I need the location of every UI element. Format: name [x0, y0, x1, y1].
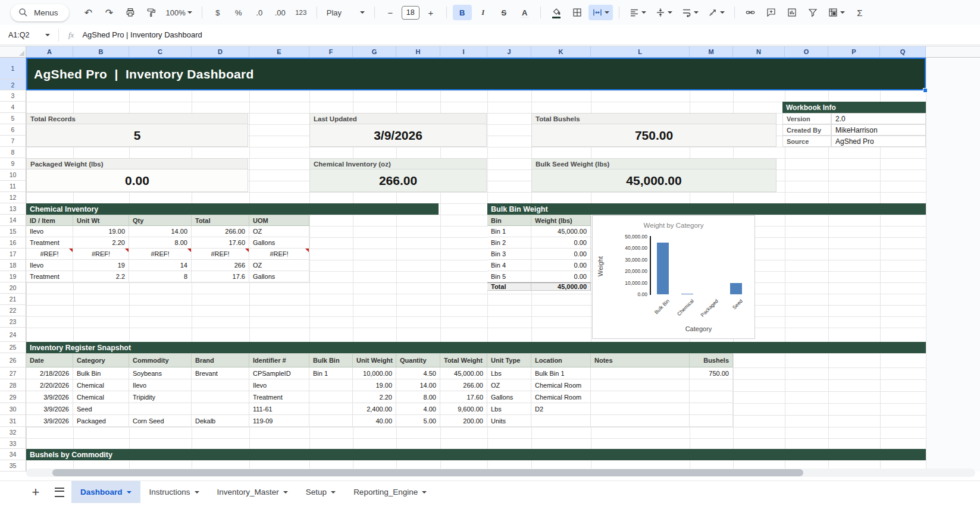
decrease-font-size-button[interactable]: −: [381, 5, 400, 20]
table-cell[interactable]: [690, 391, 733, 403]
table-cell[interactable]: Chemical: [73, 379, 129, 391]
table-cell[interactable]: [591, 403, 690, 415]
table-cell[interactable]: OZ: [249, 260, 309, 271]
row-header-18[interactable]: 18: [0, 260, 26, 271]
kpi-value-bulk-seed-weight[interactable]: 45,000.00: [531, 169, 777, 192]
row-header-2[interactable]: 2: [0, 80, 26, 90]
table-cell[interactable]: 2,400.00: [353, 403, 396, 415]
column-header-K[interactable]: K: [531, 46, 591, 58]
column-header-B[interactable]: B: [73, 46, 129, 58]
inventory-register-header[interactable]: Inventory Register Snapshot: [26, 342, 926, 353]
table-cell[interactable]: Quantity: [396, 353, 440, 367]
table-cell[interactable]: Treatment: [249, 391, 309, 403]
row-header-6[interactable]: 6: [0, 124, 26, 136]
kpi-label-chemical-inventory[interactable]: Chemical Inventory (oz): [309, 158, 487, 169]
table-cell[interactable]: Corn Seed: [129, 415, 192, 427]
table-cell[interactable]: Ilevo: [26, 226, 73, 237]
table-cell[interactable]: 8.00: [396, 391, 440, 403]
table-cell[interactable]: [192, 403, 249, 415]
bulk-bin-total-label[interactable]: Total: [487, 282, 531, 291]
table-cell[interactable]: 0.00: [531, 271, 591, 282]
row-header-30[interactable]: 30: [0, 403, 26, 415]
sheet-tab-reporting-engine[interactable]: Reporting_Engine: [345, 481, 436, 503]
insert-comment-button[interactable]: [762, 5, 781, 20]
table-cell[interactable]: #REF!: [26, 249, 73, 260]
table-cell[interactable]: Bin 1: [487, 226, 531, 237]
workbook-info-value[interactable]: MikeHarrison: [831, 124, 926, 136]
column-header-Q[interactable]: Q: [880, 46, 926, 58]
table-cell[interactable]: Ilevo: [26, 260, 73, 271]
column-header-F[interactable]: F: [309, 46, 353, 58]
table-cell[interactable]: 750.00: [690, 367, 733, 379]
row-header-20[interactable]: 20: [0, 282, 26, 294]
menus-search[interactable]: Menus: [11, 4, 69, 21]
insert-chart-button[interactable]: [782, 5, 801, 20]
dashboard-title-banner[interactable]: AgShed Pro | Inventory Dashboard: [26, 58, 926, 90]
table-cell[interactable]: Tripidity: [129, 391, 192, 403]
row-header-25[interactable]: 25: [0, 342, 26, 353]
row-header-32[interactable]: 32: [0, 427, 26, 438]
table-cell[interactable]: Qty: [129, 215, 192, 226]
table-cell[interactable]: #REF!: [73, 249, 129, 260]
table-cell[interactable]: [309, 403, 353, 415]
table-cell[interactable]: [690, 403, 733, 415]
table-cell[interactable]: CPSampleID: [249, 367, 309, 379]
table-cell[interactable]: [309, 391, 353, 403]
merge-cells-button[interactable]: [588, 5, 613, 20]
table-cell[interactable]: Bin 5: [487, 271, 531, 282]
column-header-I[interactable]: I: [440, 46, 487, 58]
table-cell[interactable]: Chemical Room: [531, 391, 591, 403]
kpi-value-total-bushels[interactable]: 750.00: [531, 124, 777, 147]
table-cell[interactable]: 3/9/2026: [26, 391, 73, 403]
table-cell[interactable]: 111-61: [249, 403, 309, 415]
kpi-label-bulk-seed-weight[interactable]: Bulk Seed Weight (lbs): [531, 158, 777, 169]
column-header-A[interactable]: A: [26, 46, 73, 58]
table-cell[interactable]: [192, 379, 249, 391]
font-select[interactable]: Play: [323, 5, 368, 20]
table-cell[interactable]: Units: [487, 415, 531, 427]
row-header-29[interactable]: 29: [0, 391, 26, 403]
table-cell[interactable]: 2.20: [353, 391, 396, 403]
fill-color-button[interactable]: [547, 5, 566, 20]
table-cell[interactable]: Seed: [73, 403, 129, 415]
table-cell[interactable]: 4.50: [396, 367, 440, 379]
text-wrap-button[interactable]: [678, 5, 702, 20]
kpi-value-total-records[interactable]: 5: [26, 124, 248, 147]
kpi-value-packaged-weight[interactable]: 0.00: [26, 169, 248, 192]
kpi-label-last-updated[interactable]: Last Updated: [309, 113, 487, 124]
row-header-5[interactable]: 5: [0, 113, 26, 124]
row-header-9[interactable]: 9: [0, 158, 26, 169]
format-currency-button[interactable]: $: [208, 5, 227, 20]
table-cell[interactable]: [690, 379, 733, 391]
row-header-26[interactable]: 26: [0, 353, 26, 367]
create-filter-button[interactable]: [803, 5, 822, 20]
table-cell[interactable]: Soybeans: [129, 367, 192, 379]
row-header-10[interactable]: 10: [0, 169, 26, 181]
table-cell[interactable]: Lbs: [487, 367, 531, 379]
row-header-35[interactable]: 35: [0, 460, 26, 472]
paint-format-button[interactable]: [142, 5, 161, 20]
table-cell[interactable]: 19.00: [353, 379, 396, 391]
table-cell[interactable]: Chemical: [73, 391, 129, 403]
table-cell[interactable]: ID / Item: [26, 215, 73, 226]
table-cell[interactable]: Notes: [591, 353, 690, 367]
kpi-value-last-updated[interactable]: 3/9/2026: [309, 124, 487, 147]
table-cell[interactable]: Packaged: [73, 415, 129, 427]
table-cell[interactable]: [591, 367, 690, 379]
table-cell[interactable]: Unit Type: [487, 353, 531, 367]
decrease-decimals-button[interactable]: .0: [250, 5, 269, 20]
table-cell[interactable]: [192, 391, 249, 403]
workbook-info-value[interactable]: 2.0: [831, 113, 926, 124]
row-header-31[interactable]: 31: [0, 415, 26, 427]
row-header-13[interactable]: 13: [0, 203, 26, 215]
table-cell[interactable]: Bin 4: [487, 260, 531, 271]
row-header-7[interactable]: 7: [0, 136, 26, 147]
table-cell[interactable]: Ilevo: [129, 379, 192, 391]
table-cell[interactable]: 19: [73, 260, 129, 271]
column-header-N[interactable]: N: [733, 46, 785, 58]
workbook-info-label[interactable]: Created By: [782, 124, 831, 136]
kpi-label-total-records[interactable]: Total Records: [26, 113, 248, 124]
strikethrough-button[interactable]: S: [494, 5, 514, 20]
table-cell[interactable]: Bin 3: [487, 249, 531, 260]
functions-button[interactable]: Σ: [850, 5, 869, 20]
